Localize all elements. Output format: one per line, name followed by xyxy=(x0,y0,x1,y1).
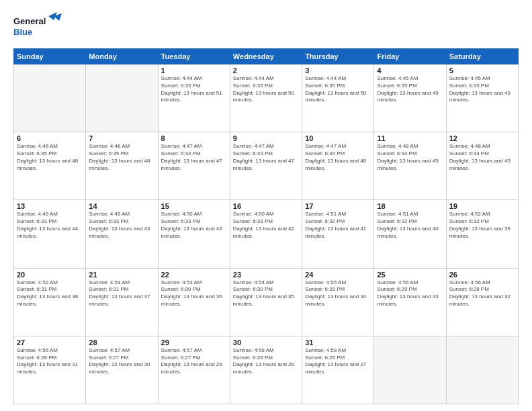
calendar-cell: 6Sunrise: 4:46 AM Sunset: 6:35 PM Daylig… xyxy=(14,132,86,200)
day-info: Sunrise: 4:44 AM Sunset: 6:35 PM Dayligh… xyxy=(233,75,299,104)
calendar-header-monday: Monday xyxy=(86,49,158,64)
calendar-cell: 25Sunrise: 4:55 AM Sunset: 6:29 PM Dayli… xyxy=(374,268,446,336)
day-number: 16 xyxy=(233,202,299,210)
calendar-cell: 18Sunrise: 4:51 AM Sunset: 6:32 PM Dayli… xyxy=(374,200,446,268)
calendar-cell: 14Sunrise: 4:49 AM Sunset: 6:33 PM Dayli… xyxy=(86,200,158,268)
day-number: 30 xyxy=(233,338,299,347)
day-info: Sunrise: 4:48 AM Sunset: 6:34 PM Dayligh… xyxy=(377,143,443,172)
day-number: 22 xyxy=(161,271,227,279)
day-info: Sunrise: 4:50 AM Sunset: 6:33 PM Dayligh… xyxy=(161,211,227,240)
day-number: 2 xyxy=(233,66,299,75)
logo-area: General Blue xyxy=(13,11,67,43)
day-number: 21 xyxy=(89,271,154,279)
calendar-cell: 29Sunrise: 4:57 AM Sunset: 6:27 PM Dayli… xyxy=(158,336,230,404)
day-number: 13 xyxy=(17,202,83,210)
day-number: 24 xyxy=(305,271,371,279)
calendar-table: SundayMondayTuesdayWednesdayThursdayFrid… xyxy=(13,48,519,404)
day-info: Sunrise: 4:49 AM Sunset: 6:33 PM Dayligh… xyxy=(17,211,83,240)
calendar-week-1: 6Sunrise: 4:46 AM Sunset: 6:35 PM Daylig… xyxy=(14,132,519,200)
calendar-cell xyxy=(446,336,518,404)
calendar-week-3: 20Sunrise: 4:52 AM Sunset: 6:31 PM Dayli… xyxy=(14,268,519,336)
day-info: Sunrise: 4:55 AM Sunset: 6:29 PM Dayligh… xyxy=(377,279,443,308)
calendar-cell: 15Sunrise: 4:50 AM Sunset: 6:33 PM Dayli… xyxy=(158,200,230,268)
calendar-cell: 23Sunrise: 4:54 AM Sunset: 6:30 PM Dayli… xyxy=(230,268,302,336)
calendar-cell: 2Sunrise: 4:44 AM Sunset: 6:35 PM Daylig… xyxy=(230,64,302,132)
day-info: Sunrise: 4:57 AM Sunset: 6:27 PM Dayligh… xyxy=(89,347,154,376)
page: General Blue SundayMondayTuesdayWednesda… xyxy=(0,0,532,411)
day-number: 10 xyxy=(305,134,371,142)
day-info: Sunrise: 4:44 AM Sunset: 6:35 PM Dayligh… xyxy=(161,75,227,104)
calendar-cell: 4Sunrise: 4:45 AM Sunset: 6:35 PM Daylig… xyxy=(374,64,446,132)
calendar-header-row: SundayMondayTuesdayWednesdayThursdayFrid… xyxy=(14,49,519,64)
calendar-header-tuesday: Tuesday xyxy=(158,49,230,64)
day-number: 19 xyxy=(449,202,515,210)
day-number: 4 xyxy=(377,66,443,75)
calendar-cell: 26Sunrise: 4:56 AM Sunset: 6:28 PM Dayli… xyxy=(446,268,518,336)
day-info: Sunrise: 4:54 AM Sunset: 6:30 PM Dayligh… xyxy=(233,279,299,308)
calendar-cell: 5Sunrise: 4:45 AM Sunset: 6:35 PM Daylig… xyxy=(446,64,518,132)
day-info: Sunrise: 4:57 AM Sunset: 6:27 PM Dayligh… xyxy=(161,347,227,376)
day-number: 25 xyxy=(377,271,443,279)
day-number: 27 xyxy=(17,338,83,347)
day-info: Sunrise: 4:50 AM Sunset: 6:33 PM Dayligh… xyxy=(233,211,299,240)
calendar-cell xyxy=(86,64,158,132)
day-number: 6 xyxy=(17,134,83,142)
calendar-header-sunday: Sunday xyxy=(14,49,86,64)
calendar-cell: 28Sunrise: 4:57 AM Sunset: 6:27 PM Dayli… xyxy=(86,336,158,404)
calendar-cell: 24Sunrise: 4:55 AM Sunset: 6:29 PM Dayli… xyxy=(302,268,374,336)
calendar-cell: 19Sunrise: 4:52 AM Sunset: 6:32 PM Dayli… xyxy=(446,200,518,268)
day-info: Sunrise: 4:47 AM Sunset: 6:34 PM Dayligh… xyxy=(233,143,299,172)
day-info: Sunrise: 4:44 AM Sunset: 6:35 PM Dayligh… xyxy=(305,75,371,104)
calendar-cell xyxy=(14,64,86,132)
calendar-cell: 3Sunrise: 4:44 AM Sunset: 6:35 PM Daylig… xyxy=(302,64,374,132)
svg-text:General: General xyxy=(13,16,46,26)
calendar-cell: 12Sunrise: 4:48 AM Sunset: 6:34 PM Dayli… xyxy=(446,132,518,200)
calendar-cell: 16Sunrise: 4:50 AM Sunset: 6:33 PM Dayli… xyxy=(230,200,302,268)
day-info: Sunrise: 4:52 AM Sunset: 6:31 PM Dayligh… xyxy=(17,279,83,308)
calendar-header-wednesday: Wednesday xyxy=(230,49,302,64)
calendar-header-saturday: Saturday xyxy=(446,49,518,64)
day-info: Sunrise: 4:51 AM Sunset: 6:32 PM Dayligh… xyxy=(377,211,443,240)
day-number: 18 xyxy=(377,202,443,210)
day-number: 29 xyxy=(161,338,227,347)
calendar-cell xyxy=(374,336,446,404)
calendar-cell: 31Sunrise: 4:58 AM Sunset: 6:25 PM Dayli… xyxy=(302,336,374,404)
header: General Blue xyxy=(13,11,519,43)
calendar-cell: 1Sunrise: 4:44 AM Sunset: 6:35 PM Daylig… xyxy=(158,64,230,132)
day-info: Sunrise: 4:45 AM Sunset: 6:35 PM Dayligh… xyxy=(449,75,515,104)
day-number: 20 xyxy=(17,271,83,279)
day-info: Sunrise: 4:46 AM Sunset: 6:35 PM Dayligh… xyxy=(89,143,154,172)
day-number: 8 xyxy=(161,134,227,142)
calendar-cell: 21Sunrise: 4:53 AM Sunset: 6:31 PM Dayli… xyxy=(86,268,158,336)
day-info: Sunrise: 4:58 AM Sunset: 6:26 PM Dayligh… xyxy=(233,347,299,376)
day-number: 14 xyxy=(89,202,154,210)
day-info: Sunrise: 4:47 AM Sunset: 6:34 PM Dayligh… xyxy=(161,143,227,172)
day-number: 23 xyxy=(233,271,299,279)
calendar-cell: 9Sunrise: 4:47 AM Sunset: 6:34 PM Daylig… xyxy=(230,132,302,200)
day-info: Sunrise: 4:48 AM Sunset: 6:34 PM Dayligh… xyxy=(449,143,515,172)
day-number: 1 xyxy=(161,66,227,75)
day-number: 3 xyxy=(305,66,371,75)
day-number: 28 xyxy=(89,338,154,347)
day-number: 5 xyxy=(449,66,515,75)
day-number: 12 xyxy=(449,134,515,142)
logo: General Blue xyxy=(13,11,67,43)
day-info: Sunrise: 4:56 AM Sunset: 6:28 PM Dayligh… xyxy=(17,347,83,376)
calendar-cell: 22Sunrise: 4:53 AM Sunset: 6:30 PM Dayli… xyxy=(158,268,230,336)
svg-text:Blue: Blue xyxy=(13,27,32,37)
day-info: Sunrise: 4:49 AM Sunset: 6:33 PM Dayligh… xyxy=(89,211,154,240)
calendar-cell: 17Sunrise: 4:51 AM Sunset: 6:32 PM Dayli… xyxy=(302,200,374,268)
calendar-week-4: 27Sunrise: 4:56 AM Sunset: 6:28 PM Dayli… xyxy=(14,336,519,404)
calendar-cell: 8Sunrise: 4:47 AM Sunset: 6:34 PM Daylig… xyxy=(158,132,230,200)
day-number: 7 xyxy=(89,134,154,142)
day-info: Sunrise: 4:53 AM Sunset: 6:31 PM Dayligh… xyxy=(89,279,154,308)
calendar-header-thursday: Thursday xyxy=(302,49,374,64)
calendar-cell: 7Sunrise: 4:46 AM Sunset: 6:35 PM Daylig… xyxy=(86,132,158,200)
day-info: Sunrise: 4:55 AM Sunset: 6:29 PM Dayligh… xyxy=(305,279,371,308)
day-info: Sunrise: 4:45 AM Sunset: 6:35 PM Dayligh… xyxy=(377,75,443,104)
day-info: Sunrise: 4:51 AM Sunset: 6:32 PM Dayligh… xyxy=(305,211,371,240)
day-info: Sunrise: 4:52 AM Sunset: 6:32 PM Dayligh… xyxy=(449,211,515,240)
calendar-cell: 10Sunrise: 4:47 AM Sunset: 6:34 PM Dayli… xyxy=(302,132,374,200)
day-info: Sunrise: 4:47 AM Sunset: 6:34 PM Dayligh… xyxy=(305,143,371,172)
day-number: 11 xyxy=(377,134,443,142)
